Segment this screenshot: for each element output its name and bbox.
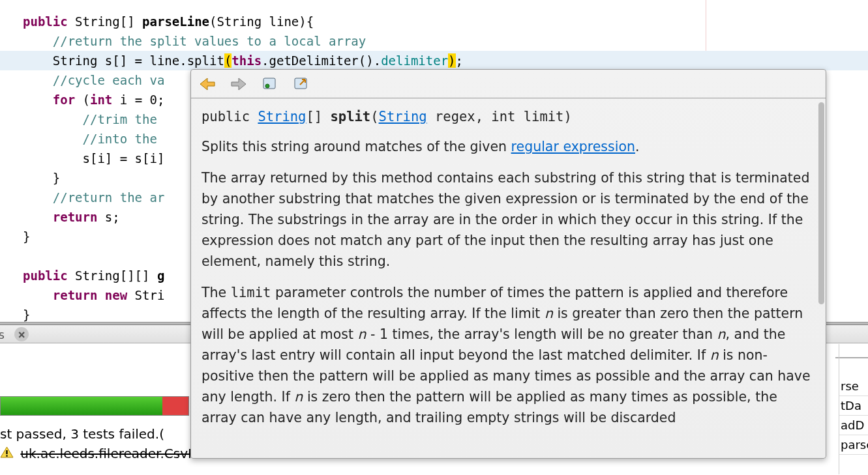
type-link[interactable]: String bbox=[258, 109, 306, 124]
attached-javadoc-icon[interactable] bbox=[260, 74, 280, 94]
keyword: return bbox=[53, 210, 98, 224]
trace-item[interactable]: parse bbox=[839, 435, 868, 455]
doc-var: n bbox=[545, 306, 553, 321]
svg-rect-4 bbox=[6, 455, 7, 457]
code-text: } bbox=[53, 171, 60, 185]
right-trace-panel: rse tDa adD parse bbox=[839, 344, 868, 474]
scrollbar-thumb[interactable] bbox=[818, 102, 824, 304]
comment: //return the ar bbox=[53, 190, 165, 205]
method-signature: public String[] split(String regex, int … bbox=[202, 106, 815, 127]
method-name: parseLine bbox=[142, 14, 209, 29]
test-summary: st passed, 3 tests failed.( bbox=[0, 426, 164, 442]
code-text: String[][] bbox=[68, 268, 157, 283]
doc-text: Splits this string around matches of the… bbox=[202, 139, 511, 154]
javadoc-para: The array returned by this method contai… bbox=[202, 167, 815, 272]
keyword: public bbox=[23, 14, 68, 29]
sig-name: split bbox=[331, 109, 371, 124]
svg-rect-3 bbox=[6, 450, 7, 454]
warning-icon bbox=[0, 446, 14, 457]
trace-item[interactable]: rse bbox=[839, 377, 868, 396]
doc-var: n bbox=[294, 389, 303, 405]
comment: //cycle each va bbox=[53, 73, 165, 87]
code-text: ; bbox=[456, 53, 463, 68]
code-text: Stri bbox=[127, 288, 164, 302]
field-ref: delimiter bbox=[381, 53, 448, 68]
code-text: s; bbox=[97, 210, 119, 224]
tab-label[interactable]: s bbox=[0, 328, 5, 341]
keyword: public bbox=[23, 268, 68, 283]
comment: //return the split values to a local arr… bbox=[53, 34, 366, 48]
comment: //into the bbox=[83, 132, 165, 146]
call-name: split bbox=[187, 53, 224, 68]
doc-link[interactable]: regular expression bbox=[511, 139, 635, 154]
paren-highlight: ( bbox=[224, 53, 232, 68]
keyword: int bbox=[90, 93, 112, 107]
comment: //trim the bbox=[83, 112, 165, 126]
code-line[interactable]: //return the split values to a local arr… bbox=[0, 31, 868, 51]
doc-text: - 1 times, the array's length will be no… bbox=[367, 326, 717, 342]
doc-var: n bbox=[710, 347, 719, 363]
method-name: g bbox=[157, 268, 164, 283]
sig-text: [] bbox=[306, 109, 330, 124]
test-progress-bar bbox=[0, 396, 189, 416]
doc-var: n bbox=[358, 326, 367, 342]
code-text: i = 0; bbox=[112, 93, 164, 107]
summary-text: st passed, 3 tests failed.( bbox=[0, 426, 164, 442]
code-text: } bbox=[23, 308, 30, 322]
svg-point-1 bbox=[265, 84, 269, 88]
doc-text: . bbox=[635, 139, 640, 154]
return-type: String[] bbox=[75, 14, 135, 29]
doc-code: limit bbox=[231, 285, 271, 300]
keyword: return new bbox=[53, 288, 127, 302]
code-line-current[interactable]: String s[] = line.split(this.getDelimite… bbox=[0, 51, 868, 70]
forward-icon[interactable] bbox=[229, 74, 248, 94]
trace-item[interactable]: adD bbox=[839, 416, 868, 435]
javadoc-para: Splits this string around matches of the… bbox=[202, 136, 815, 157]
paren-highlight: ) bbox=[448, 53, 455, 68]
doc-text: The bbox=[202, 285, 231, 300]
code-text: s[i] = s[i] bbox=[83, 151, 165, 166]
sig-text: ( bbox=[370, 109, 378, 124]
sig-text: public bbox=[202, 109, 258, 124]
code-line[interactable]: public String[] parseLine(String line){ bbox=[0, 12, 868, 31]
type-link[interactable]: String bbox=[379, 109, 427, 124]
trace-item[interactable]: tDa bbox=[839, 396, 868, 416]
sig-text: regex, int limit) bbox=[427, 109, 572, 124]
back-icon[interactable] bbox=[198, 74, 217, 94]
test-progress-fill bbox=[1, 397, 162, 415]
external-browser-icon[interactable] bbox=[292, 74, 311, 94]
keyword: for bbox=[53, 93, 75, 107]
javadoc-popup[interactable]: public String[] split(String regex, int … bbox=[190, 69, 826, 459]
javadoc-para: The limit parameter controls the number … bbox=[202, 282, 815, 428]
code-text: ( bbox=[75, 93, 90, 107]
javadoc-body[interactable]: public String[] split(String regex, int … bbox=[191, 98, 826, 458]
params: (String line){ bbox=[209, 14, 314, 29]
doc-var: n bbox=[717, 326, 726, 342]
code-text: .getDelimiter(). bbox=[262, 53, 381, 68]
javadoc-toolbar bbox=[191, 70, 826, 98]
code-text: } bbox=[23, 229, 30, 244]
keyword-this: this bbox=[232, 53, 262, 68]
code-text: String s[] = line. bbox=[53, 53, 187, 68]
close-icon[interactable]: × bbox=[14, 327, 29, 341]
